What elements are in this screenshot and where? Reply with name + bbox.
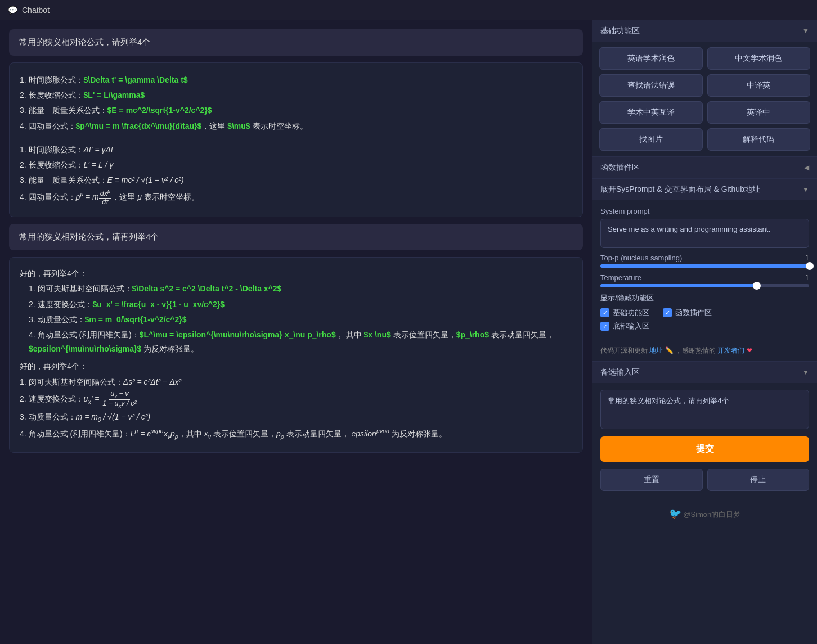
formula-set2-3b: 3. 动质量公式：m = m0 / √(1 − v² / c²) xyxy=(20,410,572,425)
app-title: Chatbot xyxy=(22,6,50,15)
basic-functions-header[interactable]: 基础功能区 ▼ xyxy=(592,20,817,42)
cb-plugin-label: 函数插件区 xyxy=(675,308,712,318)
stop-button[interactable]: 停止 xyxy=(707,469,810,491)
source-text: 代码开源和更新 xyxy=(600,346,648,354)
alt-input-arrow: ▼ xyxy=(802,368,809,376)
watermark-text: @Simon的白日梦 xyxy=(683,510,740,519)
formula-1a: 1. 时间膨胀公式：$\Delta t' = \gamma \Delta t$ xyxy=(20,73,572,87)
watermark-row: 🐦 @Simon的白日梦 xyxy=(592,498,817,529)
btn-academic-translate[interactable]: 学术中英互译 xyxy=(599,101,703,124)
basic-functions-grid: 英语学术润色 中文学术润色 查找语法错误 中译英 学术中英互译 英译中 找图片 … xyxy=(599,47,810,151)
ok-text: 好的，再列举4个： xyxy=(20,267,572,281)
btn-en-to-zh[interactable]: 英译中 xyxy=(707,101,811,124)
bottom-btn-row: 重置 停止 xyxy=(592,469,817,498)
checkbox-row-2: ✓ 底部输入区 xyxy=(600,321,809,331)
btn-zh-to-en[interactable]: 中译英 xyxy=(707,74,811,97)
source-link[interactable]: 地址 xyxy=(649,346,663,354)
alt-input-section: 备选输入区 ▼ 常用的狭义相对论公式，请再列举4个 提交 重置 停止 xyxy=(592,362,817,498)
btn-explain-code[interactable]: 解释代码 xyxy=(707,128,811,151)
thanks-text: ，感谢热情的 xyxy=(675,346,716,354)
basic-functions-section: 基础功能区 ▼ 英语学术润色 中文学术润色 查找语法错误 中译英 学术中英互译 … xyxy=(592,20,817,157)
system-prompt-label: System prompt xyxy=(600,207,809,215)
temperature-slider[interactable] xyxy=(600,284,809,287)
formula-set2-4a: 4. 角动量公式 (利用四维矢量)：$L^\mu = \epsilon^{\mu… xyxy=(20,328,572,356)
system-prompt-value[interactable]: Serve me as a writing and programming as… xyxy=(600,219,809,248)
main-layout: 常用的狭义相对论公式，请列举4个 1. 时间膨胀公式：$\Delta t' = … xyxy=(0,20,817,644)
topp-value: 1 xyxy=(798,254,809,262)
basic-functions-content: 英语学术润色 中文学术润色 查找语法错误 中译英 学术中英互译 英译中 找图片 … xyxy=(592,42,817,156)
heart-icon: ❤ xyxy=(747,346,752,354)
sysprompt-content: System prompt Serve me as a writing and … xyxy=(592,200,817,341)
cb-basic[interactable]: ✓ 基础功能区 xyxy=(600,308,649,318)
plugin-arrow: ◀ xyxy=(804,164,809,172)
formula-3a: 3. 能量—质量关系公式：$E = mc^2/\sqrt{1-v^2/c^2}$ xyxy=(20,103,572,118)
alt-input-title: 备选输入区 xyxy=(600,367,640,377)
sysprompt-title: 展开SysPrompt & 交互界面布局 & Github地址 xyxy=(600,184,760,195)
sidebar: 基础功能区 ▼ 英语学术润色 中文学术润色 查找语法错误 中译英 学术中英互译 … xyxy=(592,20,817,644)
contributors-link[interactable]: 开发者们 xyxy=(717,346,744,354)
sysprompt-section: 展开SysPrompt & 交互界面布局 & Github地址 ▼ System… xyxy=(592,179,817,362)
sysprompt-arrow: ▼ xyxy=(802,186,809,193)
btn-grammar-check[interactable]: 查找语法错误 xyxy=(599,74,703,97)
topp-label: Top-p (nucleus sampling) xyxy=(600,254,792,262)
cb-plugin[interactable]: ✓ 函数插件区 xyxy=(663,308,712,318)
btn-find-image[interactable]: 找图片 xyxy=(599,128,703,151)
alt-input-header[interactable]: 备选输入区 ▼ xyxy=(592,362,817,383)
basic-functions-title: 基础功能区 xyxy=(600,26,640,36)
formula-4b: 4. 四动量公式：pμ = mdxμdτ，这里 μ 表示时空坐标。 xyxy=(20,188,572,206)
topp-thumb xyxy=(806,262,814,270)
user-message-2-text: 常用的狭义相对论公式，请再列举4个 xyxy=(19,232,159,241)
assistant-message-1: 1. 时间膨胀公式：$\Delta t' = \gamma \Delta t$ … xyxy=(9,62,583,217)
visibility-label: 显示/隐藏功能区 xyxy=(600,293,809,303)
chat-panel: 常用的狭义相对论公式，请列举4个 1. 时间膨胀公式：$\Delta t' = … xyxy=(0,20,592,644)
user-message-1: 常用的狭义相对论公式，请列举4个 xyxy=(9,29,583,56)
topp-slider[interactable] xyxy=(600,264,809,268)
user-message-1-text: 常用的狭义相对论公式，请列举4个 xyxy=(19,37,150,47)
formula-1b: 1. 时间膨胀公式：Δt' = γΔt xyxy=(20,143,572,157)
formula-3b: 3. 能量—质量关系公式：E = mc² / √(1 − v² / c²) xyxy=(20,173,572,187)
topp-row: Top-p (nucleus sampling) 1 xyxy=(600,254,809,262)
user-message-2: 常用的狭义相对论公式，请再列举4个 xyxy=(9,224,583,250)
cb-basic-label: 基础功能区 xyxy=(613,308,649,318)
assistant-message-2: 好的，再列举4个： 1. 闵可夫斯基时空间隔公式：$\Delta s^2 = c… xyxy=(9,257,583,452)
checkbox-row-1: ✓ 基础功能区 ✓ 函数插件区 xyxy=(600,308,809,318)
btn-chinese-polish[interactable]: 中文学术润色 xyxy=(707,47,811,70)
sysprompt-header[interactable]: 展开SysPrompt & 交互界面布局 & Github地址 ▼ xyxy=(592,179,817,200)
temperature-thumb xyxy=(753,282,761,290)
plugin-section: 函数插件区 ◀ xyxy=(592,157,817,179)
formula-set2-2a: 2. 速度变换公式：$u_x' = \frac{u_x - v}{1 - u_x… xyxy=(20,298,572,312)
formula-2a: 2. 长度收缩公式：$L' = L/\gamma$ xyxy=(20,88,572,102)
pencil-icon: ✏️ xyxy=(665,346,674,354)
reset-button[interactable]: 重置 xyxy=(600,469,703,491)
alt-textarea[interactable]: 常用的狭义相对论公式，请再列举4个 xyxy=(600,390,809,429)
source-row: 代码开源和更新 地址 ✏️ ，感谢热情的 开发者们 ❤ xyxy=(592,341,817,361)
cb-bottom[interactable]: ✓ 底部输入区 xyxy=(600,321,649,331)
alt-input-content: 常用的狭义相对论公式，请再列举4个 提交 xyxy=(592,383,817,469)
formula-4a: 4. 四动量公式：$p^\mu = m \frac{dx^\mu}{d\tau}… xyxy=(20,119,572,133)
plugin-header[interactable]: 函数插件区 ◀ xyxy=(592,157,817,178)
formula-set2-1b: 1. 闵可夫斯基时空间隔公式：Δs² = c²Δt² − Δx² xyxy=(20,375,572,389)
temperature-value: 1 xyxy=(798,273,809,282)
cb-plugin-box: ✓ xyxy=(663,308,672,317)
submit-button[interactable]: 提交 xyxy=(600,436,809,462)
ok-text-2: 好的，再列举4个： xyxy=(20,359,572,373)
btn-english-polish[interactable]: 英语学术润色 xyxy=(599,47,703,70)
weibo-icon: 🐦 xyxy=(669,508,681,519)
temperature-fill xyxy=(600,284,757,287)
cb-bottom-box: ✓ xyxy=(600,322,609,331)
formula-set2-3a: 3. 动质量公式：$m = m_0/\sqrt{1-v^2/c^2}$ xyxy=(20,313,572,327)
cb-bottom-label: 底部输入区 xyxy=(613,321,649,331)
basic-functions-arrow: ▼ xyxy=(802,27,809,35)
formula-2b: 2. 长度收缩公式：L' = L / γ xyxy=(20,158,572,172)
chatbot-icon: 💬 xyxy=(8,6,17,15)
formula-set2-1a: 1. 闵可夫斯基时空间隔公式：$\Delta s^2 = c^2 \Delta … xyxy=(20,282,572,296)
temperature-row: Temperature 1 xyxy=(600,273,809,282)
topp-fill xyxy=(600,264,809,268)
formula-set2-4b: 4. 角动量公式 (利用四维矢量)：Lμ = εμνρσxνpρ，其中 xν 表… xyxy=(20,426,572,442)
cb-basic-box: ✓ xyxy=(600,308,609,317)
top-bar: 💬 Chatbot xyxy=(0,0,817,20)
temperature-label: Temperature xyxy=(600,273,792,282)
formula-set2-2b: 2. 速度变换公式：ux' = ux − v1 − uxv / c² xyxy=(20,390,572,409)
plugin-title: 函数插件区 xyxy=(600,163,640,173)
